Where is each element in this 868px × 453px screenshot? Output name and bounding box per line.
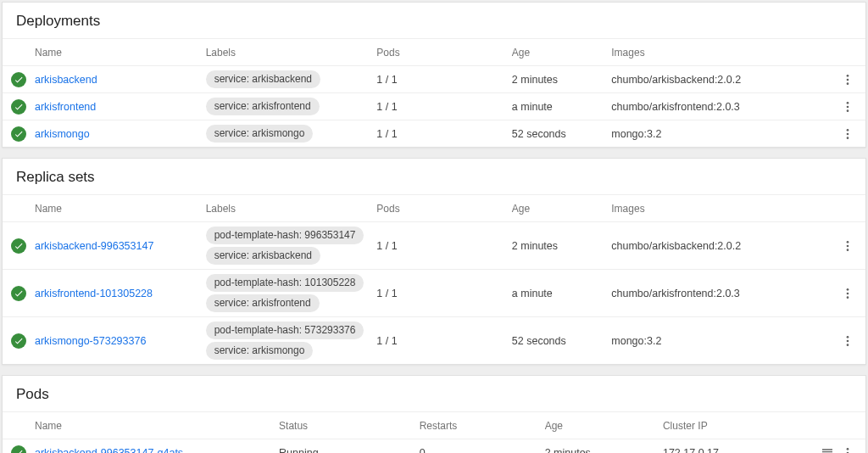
- age-value: 2 minutes: [512, 74, 558, 86]
- label-chip: service: arkisfrontend: [206, 98, 320, 115]
- svg-point-12: [847, 288, 849, 291]
- table-row: arkismongo-573293376pod-template-hash: 5…: [3, 316, 865, 364]
- pods-value: 1 / 1: [376, 74, 397, 86]
- svg-point-3: [847, 102, 849, 104]
- resource-link[interactable]: arkisfrontend-101305228: [35, 288, 153, 299]
- age-value: 52 seconds: [512, 128, 566, 140]
- status-ok-icon: [11, 72, 26, 87]
- resource-link[interactable]: arkisfrontend: [35, 101, 96, 113]
- images-value: chumbo/arkisbackend:2.0.2: [611, 240, 741, 252]
- age-value: a minute: [512, 288, 553, 299]
- deployments-header-row: Name Labels Pods Age Images: [3, 38, 865, 65]
- logs-button[interactable]: [820, 445, 835, 454]
- replicasets-table: Name Labels Pods Age Images arkisbackend…: [3, 194, 865, 364]
- table-row: arkisfrontend-101305228pod-template-hash…: [3, 269, 865, 316]
- row-menu-button[interactable]: [840, 99, 855, 115]
- age-value: 2 minutes: [512, 240, 558, 252]
- col-header-age: Age: [512, 203, 611, 215]
- row-menu-button[interactable]: [840, 333, 855, 349]
- age-value: a minute: [512, 101, 553, 113]
- label-chip: pod-template-hash: 573293376: [206, 322, 364, 339]
- table-row: arkisbackendservice: arkisbackend1 / 12 …: [3, 65, 865, 92]
- pods-title: Pods: [3, 376, 865, 411]
- label-chip: pod-template-hash: 101305228: [206, 274, 364, 292]
- status-ok-icon: [11, 333, 26, 349]
- svg-point-16: [847, 339, 849, 342]
- col-header-age: Age: [512, 47, 611, 59]
- restarts-value: 0: [420, 447, 426, 454]
- svg-point-0: [847, 75, 849, 77]
- status-ok-icon: [11, 126, 26, 142]
- svg-point-17: [847, 344, 849, 346]
- images-value: chumbo/arkisbackend:2.0.2: [611, 74, 741, 86]
- svg-point-4: [847, 105, 849, 108]
- svg-point-2: [847, 82, 849, 85]
- resource-link[interactable]: arkisbackend-996353147-q4ats: [35, 447, 183, 454]
- col-header-labels: Labels: [206, 203, 377, 215]
- resource-link[interactable]: arkisbackend-996353147: [35, 240, 153, 252]
- row-menu-button[interactable]: [840, 286, 855, 301]
- col-header-name: Name: [35, 47, 206, 59]
- age-value: 2 minutes: [545, 447, 591, 454]
- replicasets-card: Replica sets Name Labels Pods Age Images…: [2, 158, 866, 365]
- row-menu-button[interactable]: [840, 72, 855, 87]
- row-menu-button[interactable]: [840, 238, 855, 254]
- svg-point-15: [847, 336, 849, 338]
- clusterip-value: 172.17.0.17: [663, 447, 719, 454]
- deployments-title: Deployments: [3, 3, 865, 38]
- status-value: Running: [279, 447, 319, 454]
- row-menu-button[interactable]: [840, 445, 855, 454]
- svg-point-14: [847, 296, 849, 299]
- status-ok-icon: [11, 99, 26, 115]
- label-chip: pod-template-hash: 996353147: [206, 226, 364, 244]
- resource-link[interactable]: arkisbackend: [35, 74, 97, 86]
- pods-value: 1 / 1: [376, 335, 397, 347]
- col-header-restarts: Restarts: [420, 420, 545, 432]
- pods-card: Pods Name Status Restarts Age Cluster IP…: [2, 375, 866, 453]
- images-value: chumbo/arkisfrontend:2.0.3: [611, 101, 739, 113]
- table-row: arkisbackend-996353147pod-template-hash:…: [3, 221, 865, 269]
- resource-link[interactable]: arkismongo: [35, 128, 90, 140]
- pods-value: 1 / 1: [376, 240, 397, 252]
- images-value: mongo:3.2: [611, 128, 661, 140]
- status-ok-icon: [11, 286, 26, 301]
- col-header-clusterip: Cluster IP: [663, 420, 818, 432]
- pods-value: 1 / 1: [376, 288, 397, 299]
- pods-table: Name Status Restarts Age Cluster IP arki…: [3, 411, 865, 453]
- col-header-images: Images: [611, 203, 818, 215]
- label-chip: service: arkisbackend: [206, 70, 320, 88]
- images-value: chumbo/arkisfrontend:2.0.3: [611, 288, 739, 299]
- col-header-name: Name: [35, 203, 206, 215]
- label-chip: service: arkismongo: [206, 342, 314, 360]
- col-header-name: Name: [35, 420, 279, 432]
- col-header-labels: Labels: [206, 47, 377, 59]
- table-row: arkisbackend-996353147-q4atsRunning02 mi…: [3, 439, 865, 453]
- replicasets-header-row: Name Labels Pods Age Images: [3, 194, 865, 221]
- svg-point-7: [847, 132, 849, 135]
- row-menu-button[interactable]: [840, 126, 855, 142]
- label-chip: service: arkisbackend: [206, 247, 320, 265]
- status-ok-icon: [11, 238, 26, 254]
- col-header-status: Status: [279, 420, 420, 432]
- status-ok-icon: [11, 445, 26, 454]
- col-header-images: Images: [611, 47, 818, 59]
- col-header-pods: Pods: [376, 203, 512, 215]
- images-value: mongo:3.2: [611, 335, 661, 347]
- label-chip: service: arkismongo: [206, 125, 314, 143]
- resource-link[interactable]: arkismongo-573293376: [35, 335, 146, 347]
- deployments-card: Deployments Name Labels Pods Age Images …: [2, 2, 866, 148]
- table-row: arkisfrontendservice: arkisfrontend1 / 1…: [3, 92, 865, 120]
- svg-point-11: [847, 249, 849, 251]
- col-header-pods: Pods: [376, 47, 512, 59]
- svg-point-18: [847, 448, 849, 450]
- pods-header-row: Name Status Restarts Age Cluster IP: [3, 411, 865, 439]
- svg-point-6: [847, 129, 849, 131]
- replicasets-title: Replica sets: [3, 159, 865, 194]
- svg-point-9: [847, 241, 849, 243]
- svg-point-13: [847, 292, 849, 294]
- svg-point-10: [847, 244, 849, 247]
- deployments-table: Name Labels Pods Age Images arkisbackend…: [3, 38, 865, 147]
- pods-value: 1 / 1: [376, 101, 397, 113]
- age-value: 52 seconds: [512, 335, 566, 347]
- svg-point-8: [847, 137, 849, 139]
